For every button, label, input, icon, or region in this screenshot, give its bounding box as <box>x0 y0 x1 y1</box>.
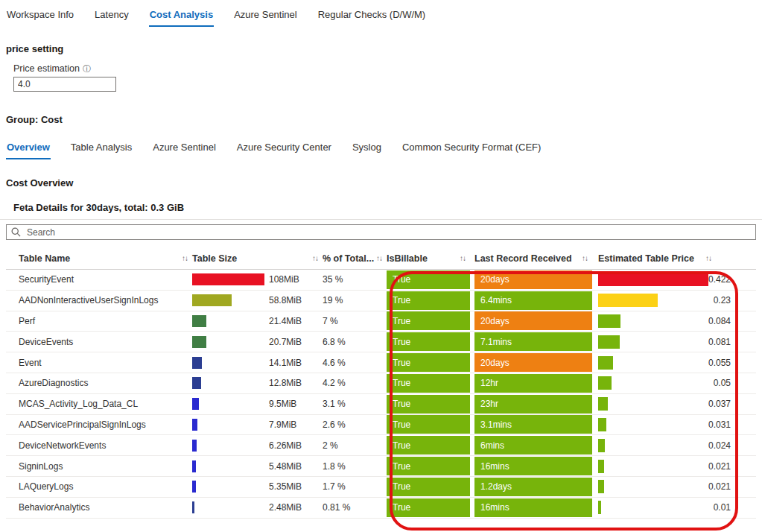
cell-table-name: LAQueryLogs <box>6 481 192 492</box>
cell-last-record-received: 3.1mins <box>474 415 592 434</box>
header-estimated-table-price[interactable]: Estimated Table Price ↑↓ <box>598 253 747 264</box>
table-size-bar <box>192 460 196 472</box>
cell-table-size: 6.26MiB <box>192 440 323 452</box>
cell-is-billable: True <box>387 478 470 496</box>
cell-pct-of-total: 6.8 % <box>323 337 387 347</box>
table-size-value: 14.1MiB <box>267 358 302 368</box>
table-size-bar-area <box>192 419 267 431</box>
estimated-price-bar <box>598 501 601 514</box>
table-size-bar-area <box>192 501 267 513</box>
cell-pct-of-total: 19 % <box>323 295 387 305</box>
cell-is-billable: True <box>387 395 470 414</box>
table-header-row: Table Name ↑↓ Table Size ↑↓ % of Total..… <box>6 247 756 270</box>
table-row[interactable]: DeviceEvents 20.7MiB 6.8 % True 7.1mins … <box>6 332 756 352</box>
estimated-price-value: 0.031 <box>708 419 747 430</box>
table-row[interactable]: MCAS_Activity_Log_Data_CL 9.5MiB 3.1 % T… <box>6 394 756 415</box>
price-estimation-text: Price estimation <box>13 63 80 74</box>
cell-is-billable: True <box>387 457 470 475</box>
tab-azure-sentinel[interactable]: Azure Sentinel <box>233 6 298 27</box>
estimated-price-value: 0.024 <box>708 440 747 451</box>
estimated-price-bar <box>598 460 604 473</box>
table-size-value: 6.26MiB <box>267 440 302 451</box>
tab-regular-checks-d-w-m[interactable]: Regular Checks (D/W/M) <box>317 6 426 27</box>
cost-table: Table Name ↑↓ Table Size ↑↓ % of Total..… <box>6 247 756 519</box>
info-icon[interactable]: ⓘ <box>83 65 91 73</box>
sort-icon[interactable]: ↑↓ <box>582 254 592 262</box>
estimated-price-value: 0.021 <box>708 481 747 492</box>
cell-table-name: DeviceNetworkEvents <box>6 440 192 451</box>
cell-last-record-received: 20days <box>474 353 592 372</box>
cell-estimated-table-price: 0.081 <box>598 335 747 349</box>
cell-estimated-table-price: 0.024 <box>598 439 747 452</box>
header-pct-of-total[interactable]: % of Total... ↑↓ <box>323 253 387 264</box>
header-table-name[interactable]: Table Name ↑↓ <box>6 253 192 264</box>
estimated-price-bar <box>598 480 604 493</box>
group-tab-table-analysis[interactable]: Table Analysis <box>70 139 133 159</box>
table-size-bar <box>192 357 202 369</box>
table-row[interactable]: BehaviorAnalytics 2.48MiB 0.81 % True 16… <box>6 498 756 519</box>
group-tab-overview[interactable]: Overview <box>6 139 51 159</box>
cell-table-size: 5.35MiB <box>192 481 323 493</box>
is-billable-value: True <box>387 353 470 372</box>
cell-table-name: AzureDiagnostics <box>6 378 192 388</box>
sort-icon[interactable]: ↑↓ <box>705 254 747 262</box>
estimated-price-value: 0.037 <box>708 399 747 409</box>
tab-cost-analysis[interactable]: Cost Analysis <box>149 6 215 27</box>
cell-table-name: AADNonInteractiveUserSignInLogs <box>6 295 192 305</box>
estimated-price-bar <box>598 376 612 390</box>
table-row[interactable]: DeviceNetworkEvents 6.26MiB 2 % True 6mi… <box>6 435 756 456</box>
price-estimation-input[interactable] <box>13 77 116 92</box>
table-row[interactable]: Perf 21.4MiB 7 % True 20days 0.084 <box>6 311 756 332</box>
sort-icon[interactable]: ↑↓ <box>312 254 323 262</box>
header-table-size[interactable]: Table Size ↑↓ <box>192 253 323 264</box>
header-last-record-received[interactable]: Last Record Received ↑↓ <box>474 253 592 264</box>
cell-table-name: BehaviorAnalytics <box>6 502 192 513</box>
table-size-value: 12.8MiB <box>267 378 302 388</box>
estimated-price-bar <box>598 314 620 328</box>
table-size-bar <box>192 336 206 348</box>
search-input[interactable] <box>25 227 751 238</box>
last-record-value: 20days <box>474 270 592 289</box>
cell-pct-of-total: 7 % <box>323 316 387 326</box>
tab-latency[interactable]: Latency <box>94 6 130 27</box>
table-size-bar-area <box>192 481 267 493</box>
table-size-bar <box>192 398 199 410</box>
tab-workspace-info[interactable]: Workspace Info <box>6 6 74 27</box>
group-tab-azure-sentinel[interactable]: Azure Sentinel <box>152 139 217 159</box>
table-row[interactable]: LAQueryLogs 5.35MiB 1.7 % True 1.2days 0… <box>6 477 756 498</box>
table-row[interactable]: AzureDiagnostics 12.8MiB 4.2 % True 12hr… <box>6 373 756 394</box>
table-size-value: 20.7MiB <box>267 337 302 347</box>
header-is-billable[interactable]: IsBillable ↑↓ <box>387 253 470 264</box>
table-size-bar <box>192 273 264 285</box>
sort-icon[interactable]: ↑↓ <box>182 254 192 262</box>
table-size-bar-area <box>192 377 267 389</box>
table-row[interactable]: AADNonInteractiveUserSignInLogs 58.8MiB … <box>6 291 756 311</box>
sort-icon[interactable]: ↑↓ <box>460 254 470 262</box>
cell-table-name: SigninLogs <box>6 461 192 472</box>
cell-estimated-table-price: 0.01 <box>598 501 747 514</box>
group-tab-bar: OverviewTable AnalysisAzure SentinelAzur… <box>0 133 762 159</box>
cell-table-name: AADServicePrincipalSignInLogs <box>6 419 192 430</box>
cell-pct-of-total: 4.2 % <box>323 378 387 388</box>
is-billable-value: True <box>387 436 470 455</box>
table-size-bar-area <box>192 336 267 348</box>
table-size-bar-area <box>192 294 267 306</box>
search-box[interactable] <box>6 224 756 240</box>
table-size-value: 5.35MiB <box>267 481 302 492</box>
table-row[interactable]: SigninLogs 5.48MiB 1.8 % True 16mins 0.0… <box>6 456 756 477</box>
cell-last-record-received: 1.2days <box>474 478 592 496</box>
group-tab-common-security-format-cef[interactable]: Common Security Format (CEF) <box>401 139 542 159</box>
group-tab-syslog[interactable]: Syslog <box>352 139 382 159</box>
table-row[interactable]: AADServicePrincipalSignInLogs 7.9MiB 2.6… <box>6 415 756 436</box>
sort-icon[interactable]: ↑↓ <box>376 254 387 262</box>
cell-is-billable: True <box>387 332 470 351</box>
group-tab-azure-security-center[interactable]: Azure Security Center <box>236 139 332 159</box>
cell-table-name: MCAS_Activity_Log_Data_CL <box>6 399 192 409</box>
cell-pct-of-total: 1.7 % <box>323 481 387 492</box>
cell-estimated-table-price: 0.422 <box>598 273 747 286</box>
table-row[interactable]: Event 14.1MiB 4.6 % True 20days 0.055 <box>6 352 756 373</box>
cell-table-name: DeviceEvents <box>6 337 192 347</box>
estimated-price-value: 0.01 <box>714 502 747 513</box>
cell-is-billable: True <box>387 270 470 289</box>
table-row[interactable]: SecurityEvent 108MiB 35 % True 20days 0.… <box>6 270 756 291</box>
